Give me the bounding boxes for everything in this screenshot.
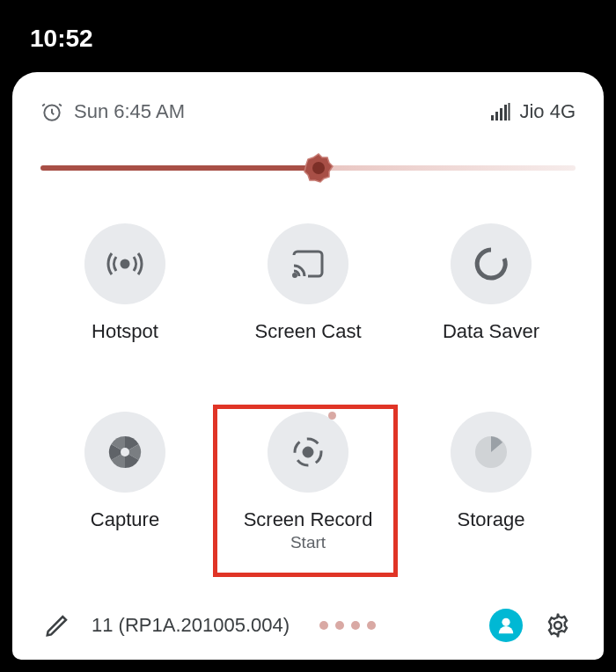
- hotspot-icon: [84, 223, 165, 304]
- gear-icon[interactable]: [544, 611, 572, 639]
- carrier-label: Jio 4G: [519, 100, 576, 123]
- tile-screencast[interactable]: Screen Cast: [216, 223, 400, 343]
- tiles-grid: Hotspot Screen Cast Data Saver: [33, 223, 583, 603]
- alarm-icon: [40, 100, 63, 123]
- page-dot: [319, 621, 328, 630]
- user-avatar[interactable]: [489, 609, 523, 642]
- tile-label: Data Saver: [443, 320, 539, 343]
- tile-screenrecord[interactable]: Screen Record Start: [216, 412, 400, 552]
- record-icon: [268, 412, 348, 493]
- storage-icon: [451, 412, 532, 493]
- svg-point-7: [312, 162, 325, 174]
- status-time: Sun 6:45 AM: [74, 100, 185, 123]
- status-row: Sun 6:45 AM Jio 4G: [33, 100, 583, 144]
- svg-point-14: [502, 618, 510, 626]
- signal-icon: [491, 103, 510, 121]
- page-indicator: [319, 621, 376, 630]
- tile-hotspot[interactable]: Hotspot: [33, 223, 216, 343]
- cast-icon: [268, 223, 348, 304]
- tile-capture[interactable]: Capture: [33, 412, 216, 552]
- svg-point-15: [554, 622, 561, 629]
- svg-rect-2: [495, 112, 498, 121]
- svg-rect-1: [491, 115, 494, 121]
- page-dot: [351, 621, 360, 630]
- brightness-thumb[interactable]: [303, 152, 334, 184]
- tile-label: Storage: [457, 508, 524, 531]
- capture-icon: [84, 412, 165, 493]
- bottom-bar: 11 (RP1A.201005.004): [33, 603, 583, 642]
- tile-label: Hotspot: [92, 320, 158, 343]
- page-dot: [367, 621, 376, 630]
- tile-datasaver[interactable]: Data Saver: [400, 223, 583, 343]
- svg-rect-4: [504, 105, 507, 121]
- datasaver-icon: [451, 223, 532, 304]
- overlay-clock: 10:52: [30, 25, 93, 53]
- svg-point-8: [121, 260, 128, 267]
- svg-point-12: [303, 447, 313, 457]
- status-right: Jio 4G: [491, 100, 576, 123]
- brightness-slider[interactable]: [40, 165, 576, 171]
- tile-storage[interactable]: Storage: [400, 412, 583, 552]
- build-number[interactable]: 11 (RP1A.201005.004): [92, 614, 290, 637]
- svg-point-10: [121, 448, 129, 457]
- tile-label: Screen Cast: [254, 320, 361, 343]
- page-dot: [335, 621, 344, 630]
- svg-rect-5: [509, 103, 510, 121]
- svg-point-9: [294, 274, 297, 277]
- svg-rect-3: [500, 108, 502, 121]
- edit-icon[interactable]: [44, 612, 70, 639]
- status-left: Sun 6:45 AM: [40, 100, 185, 123]
- tile-label: Capture: [91, 508, 159, 531]
- tile-sublabel: Start: [290, 533, 326, 552]
- tile-label: Screen Record: [244, 508, 373, 531]
- notification-dot: [328, 412, 336, 420]
- quick-settings-panel: Sun 6:45 AM Jio 4G: [12, 72, 604, 660]
